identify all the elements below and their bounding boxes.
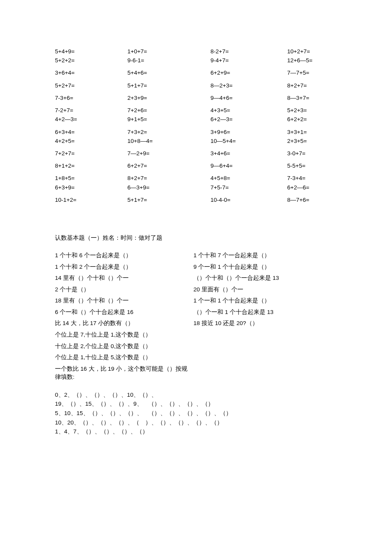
- equation-cell: 7+3+2=: [127, 128, 210, 137]
- equation-cell: 6+2+2=: [287, 116, 345, 128]
- qa-row: 14 里有（）个十和（）个一（）个十和（）个一合起来是 13: [55, 274, 392, 282]
- equation-cell: 8—3+7=: [287, 94, 345, 107]
- equation-cell: 5+2+2=: [55, 57, 127, 69]
- qa-right: （）个一和 1 个十合起来是 13: [193, 308, 274, 317]
- equation-cell: 6+2—3=: [210, 116, 287, 128]
- equation-cell: 1+8+5=: [55, 174, 127, 183]
- section-title: 认数基本题（一）姓名：时间：做对了题: [55, 234, 392, 242]
- qa-row: 2 个十是（）20 里面有（）个一: [55, 285, 392, 294]
- qa-left: 个位上是 7,十位上是 1,这个数是（）: [55, 331, 193, 339]
- equation-cell: 8—7+6=: [287, 196, 345, 209]
- equation-cell: 8+1+2=: [55, 162, 127, 174]
- qa-row: 1 个十和 6 个一合起来是（）1 个十和 7 个一合起来是（）: [55, 251, 392, 260]
- equation-cell: 7—7+5=: [287, 69, 345, 81]
- equation-cell: 7+2+7=: [55, 150, 127, 162]
- equation-cell: 5+4+9=: [55, 48, 127, 57]
- qa-row: 十位上是 2,个位上是 0,这个数是（）: [55, 342, 392, 351]
- equation-cell: 4+2—3=: [55, 116, 127, 128]
- equation-cell: 5+1+7=: [127, 82, 210, 94]
- qa-row: 18 里有（）个十和（）个一1 个一和 1 个十合起来是（）: [55, 296, 392, 305]
- equation-cell: 8+2+7=: [127, 174, 210, 183]
- equation-cell: 4+3+5=: [210, 107, 287, 116]
- equation-cell: 12+6—5=: [287, 57, 345, 69]
- equation-cell: 2+3+9=: [127, 94, 210, 107]
- qa-left: 1 个十和 6 个一合起来是（）: [55, 251, 193, 260]
- equation-cell: 10-1+2=: [55, 196, 127, 209]
- qa-left: 14 里有（）个十和（）个一: [55, 274, 193, 282]
- equation-cell: 4+2+5=: [55, 137, 127, 150]
- qa-row: 个位上是 7,十位上是 1,这个数是（）: [55, 331, 392, 339]
- qa-row: 1 个十和 2 个一合起来是（）9 个一和 1 个十合起来是（）: [55, 263, 392, 271]
- equation-cell: 8—2+3=: [210, 82, 287, 94]
- equation-cell: 7-2+7=: [55, 107, 127, 116]
- equation-cell: 10-4-0=: [210, 196, 287, 209]
- equation-cell: 5+2+7=: [55, 82, 127, 94]
- sequence-line: 5、10、15、（）、（）、（）、 （）、（）、（）、（）、（）: [55, 409, 392, 418]
- equation-cell: 2+3+5=: [287, 137, 345, 150]
- equation-cell: 3+3+1=: [287, 128, 345, 137]
- equation-cell: 1+0+7=: [127, 48, 210, 57]
- equation-cell: 6+3+9=: [55, 184, 127, 196]
- equation-cell: 7+2+6=: [127, 107, 210, 116]
- qa-left: 一个数比 16 大，比 19 小，这个数可能是（）按规律填数:: [55, 365, 193, 381]
- equation-cell: 6+2+9=: [210, 69, 287, 81]
- qa-right: 18 接近 10 还是 20?（）: [193, 319, 258, 328]
- qa-right: 1 个一和 1 个十合起来是（）: [193, 296, 270, 305]
- equation-cell: 10+8—4=: [127, 137, 210, 150]
- qa-right: （）个十和（）个一合起来是 13: [193, 274, 279, 282]
- equation-cell: 10—5+4=: [210, 137, 287, 150]
- qa-left: 十位上是 2,个位上是 0,这个数是（）: [55, 342, 193, 351]
- equation-cell: 3+6+4=: [55, 69, 127, 81]
- qa-right: 9 个一和 1 个十合起来是（）: [193, 263, 270, 271]
- equation-cell: 6+3+4=: [55, 128, 127, 137]
- sequence-line: 0、2、（）、（）、（）、10、（）、: [55, 391, 392, 399]
- qa-row: 个位上是 1,十位上是 5,这个数是（）: [55, 353, 392, 362]
- equation-cell: 3-0+7=: [287, 150, 345, 162]
- qa-right: 20 里面有（）个一: [193, 285, 243, 294]
- equation-cell: 4+5+8=: [210, 174, 287, 183]
- equation-cell: 9-4+7=: [210, 57, 287, 69]
- equation-cell: 9—6+4=: [210, 162, 287, 174]
- sequence-block: 0、2、（）、（）、（）、10、（）、19、（）、15、（）、（）、9、 （）、…: [55, 391, 392, 436]
- sequence-line: 10、20、（）、（）、（）、（ ）、（）、（）、（）、（）: [55, 418, 392, 427]
- qa-left: 18 里有（）个十和（）个一: [55, 296, 193, 305]
- qa-left: 个位上是 1,十位上是 5,这个数是（）: [55, 353, 193, 362]
- equation-cell: 6+2—6=: [287, 184, 345, 196]
- qa-left: 比 14 大，比 17 小的数有（）: [55, 319, 193, 328]
- equation-cell: 7+5-7=: [210, 184, 287, 196]
- equation-cell: 7-3+4=: [287, 174, 345, 183]
- equation-cell: 6+2+7=: [127, 162, 210, 174]
- equation-cell: 6—3+9=: [127, 184, 210, 196]
- equation-cell: 10+2+7=: [287, 48, 345, 57]
- equation-table: 5+4+9=1+0+7=8-2+7=10+2+7=5+2+2=9-6-1=9-4…: [55, 48, 345, 209]
- equation-cell: 5+2+3=: [287, 107, 345, 116]
- equation-cell: 9-6-1=: [127, 57, 210, 69]
- qa-row: 一个数比 16 大，比 19 小，这个数可能是（）按规律填数:: [55, 365, 392, 381]
- equation-cell: 8+2+7=: [287, 82, 345, 94]
- sequence-line: 19、（）、15、（）、（）、9、 （）、（）、（）、（）: [55, 400, 392, 408]
- qa-left: 1 个十和 2 个一合起来是（）: [55, 263, 193, 271]
- equation-cell: 3+4+6=: [210, 150, 287, 162]
- equation-cell: 9—4+6=: [210, 94, 287, 107]
- equation-cell: 7—2+9=: [127, 150, 210, 162]
- equation-cell: 7-3+6=: [55, 94, 127, 107]
- qa-right: 1 个十和 7 个一合起来是（）: [193, 251, 270, 260]
- equation-cell: 9+1+5=: [127, 116, 210, 128]
- qa-row: 比 14 大，比 17 小的数有（）18 接近 10 还是 20?（）: [55, 319, 392, 328]
- sequence-line: 1、4、7、（）、（）、（）、（）: [55, 427, 392, 436]
- equation-cell: 5-5+5=: [287, 162, 345, 174]
- equation-cell: 3+9+6=: [210, 128, 287, 137]
- qa-left: 2 个十是（）: [55, 285, 193, 294]
- equation-cell: 5+4+6=: [127, 69, 210, 81]
- qa-container: 1 个十和 6 个一合起来是（）1 个十和 7 个一合起来是（）1 个十和 2 …: [55, 251, 392, 381]
- qa-row: 6 个一和（）个十合起来是 16（）个一和 1 个十合起来是 13: [55, 308, 392, 317]
- equation-cell: 5+1+7=: [127, 196, 210, 209]
- equation-cell: 8-2+7=: [210, 48, 287, 57]
- qa-left: 6 个一和（）个十合起来是 16: [55, 308, 193, 317]
